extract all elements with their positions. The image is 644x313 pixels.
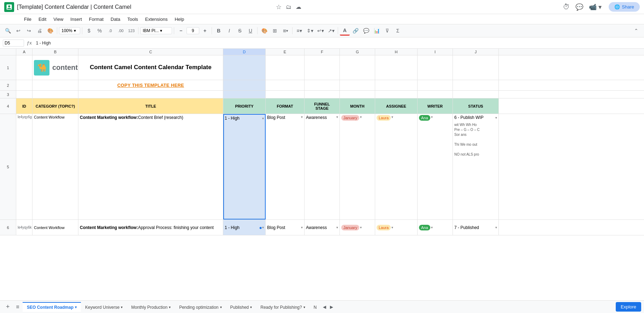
col-header-e[interactable]: E bbox=[266, 49, 305, 55]
col-header-j[interactable]: J bbox=[453, 49, 499, 55]
col-header-d[interactable]: D bbox=[223, 49, 266, 55]
format-dropdown-5[interactable]: ▾ bbox=[301, 115, 303, 119]
tab-dropdown-keyword[interactable]: ▾ bbox=[121, 305, 123, 309]
add-sheet-button[interactable]: + bbox=[3, 302, 13, 312]
menu-help[interactable]: Help bbox=[172, 16, 187, 23]
header-writer[interactable]: WRITER bbox=[418, 98, 453, 114]
currency-button[interactable]: $ bbox=[84, 26, 94, 36]
link-button[interactable]: 🔗 bbox=[350, 26, 360, 36]
zoom-selector[interactable]: 100% ▾ bbox=[59, 27, 80, 34]
cell-j6[interactable]: 7 - Published ▾ bbox=[453, 220, 499, 235]
menu-edit[interactable]: Edit bbox=[36, 16, 49, 23]
chart-button[interactable]: 📊 bbox=[372, 26, 382, 36]
cell-f6[interactable]: Awareness ▾ bbox=[305, 220, 340, 235]
writer-dropdown-6[interactable]: ▾ bbox=[431, 225, 433, 229]
cell-f3[interactable] bbox=[305, 91, 340, 98]
menu-tools[interactable]: Tools bbox=[124, 16, 141, 23]
cell-c2[interactable]: COPY THIS TEMPLATE HERE bbox=[78, 80, 223, 90]
tab-dropdown-published[interactable]: ▾ bbox=[250, 305, 252, 309]
cell-a5[interactable]: le4yqy6g bbox=[16, 114, 33, 219]
cell-a3[interactable] bbox=[16, 91, 33, 98]
cell-d6[interactable]: 1 - High ● ▾ bbox=[223, 220, 266, 235]
cell-e3[interactable] bbox=[266, 91, 305, 98]
cell-i6[interactable]: Ana ▾ bbox=[418, 220, 453, 235]
bold-button[interactable]: B bbox=[214, 26, 224, 36]
cell-e1[interactable] bbox=[266, 55, 305, 80]
strikethrough-button[interactable]: S bbox=[235, 26, 245, 36]
cell-a2[interactable] bbox=[16, 80, 33, 90]
align-horizontal-button[interactable]: ≡▾ bbox=[294, 26, 304, 36]
tab-monthly-production[interactable]: Monthly Production ▾ bbox=[127, 302, 175, 312]
cell-i1[interactable] bbox=[418, 55, 453, 80]
cell-i3[interactable] bbox=[418, 91, 453, 98]
cell-g2[interactable] bbox=[340, 80, 375, 90]
cell-b6[interactable]: Content Workflow bbox=[33, 220, 78, 235]
paint-format-button[interactable]: 🎨 bbox=[45, 26, 55, 36]
header-priority[interactable]: PRIORITY bbox=[223, 98, 266, 114]
prev-tab-button[interactable]: ◀ bbox=[321, 303, 328, 311]
percent-button[interactable]: % bbox=[95, 26, 105, 36]
cell-h5[interactable]: Laura ▾ bbox=[375, 114, 418, 219]
tab-dropdown-ready[interactable]: ▾ bbox=[303, 305, 305, 309]
underline-button[interactable]: U bbox=[246, 26, 255, 36]
cell-b1[interactable]: 🐪 contentcamel bbox=[33, 55, 78, 80]
col-header-c[interactable]: C bbox=[78, 49, 223, 55]
explore-button[interactable]: Explore bbox=[616, 302, 641, 312]
header-id[interactable]: ID bbox=[16, 98, 33, 114]
tab-ready-for-publishing[interactable]: Ready for Publishing? ▾ bbox=[256, 302, 309, 312]
col-header-b[interactable]: B bbox=[33, 49, 78, 55]
header-assignee[interactable]: ASSIGNEE bbox=[375, 98, 418, 114]
copy-template-link[interactable]: COPY THIS TEMPLATE HERE bbox=[117, 83, 184, 88]
format-dropdown-6[interactable]: ▾ bbox=[301, 225, 303, 229]
cell-h3[interactable] bbox=[375, 91, 418, 98]
font-size-increase[interactable]: + bbox=[200, 26, 210, 36]
cell-c3[interactable] bbox=[78, 91, 223, 98]
menu-view[interactable]: View bbox=[51, 16, 66, 23]
merge-cells-button[interactable]: ⊞▾ bbox=[280, 26, 290, 36]
tab-n[interactable]: N bbox=[309, 302, 321, 312]
cell-h2[interactable] bbox=[375, 80, 418, 90]
cell-c1[interactable]: Content Camel Content Calendar Template bbox=[78, 55, 223, 80]
cell-e5[interactable]: Blog Post ▾ bbox=[266, 114, 305, 219]
menu-data[interactable]: Data bbox=[108, 16, 123, 23]
cell-d5[interactable]: 1 - High ▾ bbox=[223, 114, 266, 219]
cell-h6[interactable]: Laura ▾ bbox=[375, 220, 418, 235]
formula-input[interactable]: 1 - High bbox=[35, 40, 641, 46]
cell-d1[interactable] bbox=[223, 55, 266, 80]
cell-d3[interactable] bbox=[223, 91, 266, 98]
header-format[interactable]: FORMAT bbox=[266, 98, 305, 114]
functions-button[interactable]: Σ bbox=[393, 26, 403, 36]
assignee-dropdown-5[interactable]: ▾ bbox=[391, 115, 393, 119]
tab-published[interactable]: Published ▾ bbox=[226, 302, 256, 312]
cell-g1[interactable] bbox=[340, 55, 375, 80]
cell-c5[interactable]: Content Marketing workflow: Content Brie… bbox=[78, 114, 223, 219]
rotate-button[interactable]: ↗▾ bbox=[326, 26, 336, 36]
font-selector[interactable]: IBM Pl... ▾ bbox=[140, 27, 172, 34]
assignee-dropdown-6[interactable]: ▾ bbox=[391, 225, 393, 229]
cell-g3[interactable] bbox=[340, 91, 375, 98]
undo-button[interactable]: ↩ bbox=[13, 26, 23, 36]
menu-file[interactable]: File bbox=[21, 16, 34, 23]
cell-j1[interactable] bbox=[453, 55, 499, 80]
cell-a1[interactable] bbox=[16, 55, 33, 80]
align-vertical-button[interactable]: ⇕▾ bbox=[305, 26, 315, 36]
format-number-button[interactable]: 123 bbox=[126, 26, 136, 36]
cell-b5[interactable]: Content Workflow bbox=[33, 114, 78, 219]
writer-dropdown-5[interactable]: ▾ bbox=[431, 115, 433, 119]
tab-seo-content-roadmap[interactable]: SEO Content Roadmap ▾ bbox=[23, 302, 81, 312]
wrap-text-button[interactable]: ↵▾ bbox=[315, 26, 325, 36]
cell-reference[interactable]: D5 bbox=[3, 40, 24, 47]
print-button[interactable]: 🖨 bbox=[35, 26, 45, 36]
cell-a6[interactable]: le4yqy6k bbox=[16, 220, 33, 235]
decimal-inc-button[interactable]: .00 bbox=[116, 26, 126, 36]
menu-insert[interactable]: Insert bbox=[67, 16, 85, 23]
cell-b2[interactable] bbox=[33, 80, 78, 90]
status-dropdown-5[interactable]: ▾ bbox=[495, 116, 497, 120]
cell-d2[interactable] bbox=[223, 80, 266, 90]
fill-color-button[interactable]: 🎨 bbox=[259, 26, 269, 36]
month-dropdown-6[interactable]: ▾ bbox=[360, 225, 362, 229]
next-tab-button[interactable]: ▶ bbox=[328, 303, 335, 311]
decimal-dec-button[interactable]: .0 bbox=[105, 26, 115, 36]
funnel-dropdown-6[interactable]: ▾ bbox=[336, 225, 338, 229]
star-icon[interactable]: ☆ bbox=[276, 3, 282, 11]
